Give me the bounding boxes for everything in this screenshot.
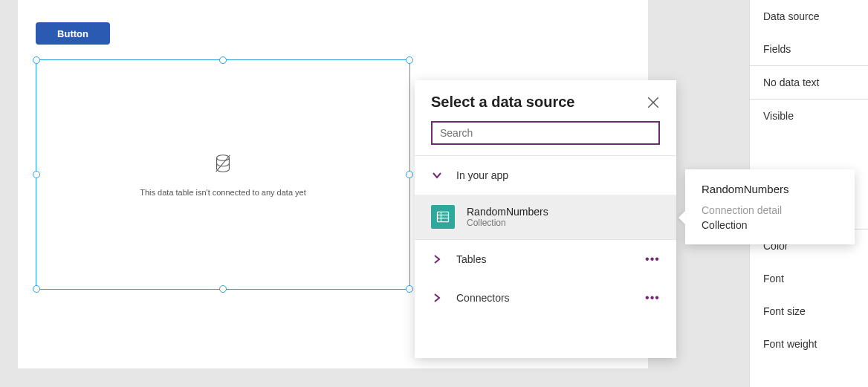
chevron-right-icon <box>431 253 443 265</box>
close-icon[interactable] <box>647 96 660 109</box>
item-subtitle: Collection <box>467 218 548 228</box>
section-tables[interactable]: Tables ••• <box>415 240 676 279</box>
tooltip-title: RandomNumbers <box>702 183 838 195</box>
section-label: In your app <box>456 169 660 181</box>
app-stage: Button This data table isn't c <box>0 0 868 387</box>
database-slash-icon <box>212 152 234 178</box>
tooltip-caret <box>678 211 685 224</box>
panel-header: Select a data source <box>415 80 676 121</box>
datasource-item-randomnumbers[interactable]: RandomNumbers Collection <box>415 195 676 239</box>
svg-line-1 <box>216 155 230 172</box>
more-icon[interactable]: ••• <box>645 291 660 305</box>
section-label: Connectors <box>456 292 632 304</box>
prop-font[interactable]: Font <box>750 262 868 295</box>
prop-font-size[interactable]: Font size <box>750 295 868 328</box>
tooltip-sublabel: Connection detail <box>702 204 838 216</box>
search-wrap <box>415 121 676 155</box>
more-icon[interactable]: ••• <box>645 253 660 266</box>
prop-data-source[interactable]: Data source <box>750 0 868 33</box>
chevron-down-icon <box>431 169 443 181</box>
chevron-right-icon <box>431 292 443 304</box>
datasource-tooltip: RandomNumbers Connection detail Collecti… <box>685 169 855 244</box>
item-text: RandomNumbers Collection <box>467 206 548 228</box>
empty-state: This data table isn't connected to any d… <box>36 60 409 289</box>
prop-no-data-text[interactable]: No data text <box>750 66 868 99</box>
prop-fields[interactable]: Fields <box>750 33 868 65</box>
collection-icon <box>431 205 455 229</box>
item-title: RandomNumbers <box>467 206 548 218</box>
search-input[interactable] <box>431 121 660 145</box>
prop-font-weight[interactable]: Font weight <box>750 328 868 360</box>
prop-visible[interactable]: Visible <box>750 100 868 132</box>
section-in-your-app[interactable]: In your app <box>415 156 676 195</box>
datatable-control-selected[interactable]: This data table isn't connected to any d… <box>36 59 410 290</box>
section-label: Tables <box>456 253 632 265</box>
select-data-source-panel: Select a data source In your app <box>415 80 676 358</box>
button-control[interactable]: Button <box>36 22 110 45</box>
svg-rect-4 <box>438 212 449 221</box>
tooltip-body: Collection <box>702 219 838 231</box>
panel-title: Select a data source <box>431 94 574 111</box>
section-connectors[interactable]: Connectors ••• <box>415 279 676 317</box>
empty-state-text: This data table isn't connected to any d… <box>140 188 305 197</box>
